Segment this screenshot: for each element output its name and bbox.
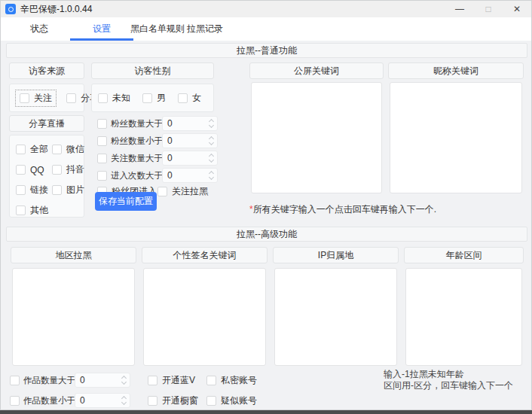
checkbox-box[interactable] [52,145,62,154]
checkbox-shop-window[interactable]: 开通橱窗 [148,394,198,407]
spinner-down-icon[interactable] [208,140,213,145]
follow-greater-input-wrap [162,151,218,166]
checkbox-label: 微信 [66,143,84,156]
rule-label: 粉丝数量小于 [111,135,162,147]
checkbox-label: 未知 [112,92,130,105]
checkbox-blue-v[interactable]: 开通蓝V [148,374,195,387]
checkbox-fans-less[interactable] [97,136,107,146]
tab-settings[interactable]: 设置 [70,17,133,41]
section-basic-title: 拉黑--普通功能 [6,43,527,58]
checkbox-douyin[interactable]: 抖音 [52,163,85,176]
note-text: 所有关键字输入一个点击回车键再输入下一个. [253,204,436,215]
checkbox-box[interactable] [16,205,26,215]
checkbox-box[interactable] [206,376,216,385]
checkbox-box[interactable] [142,93,152,103]
rule-label: 关注数量大于 [111,153,162,164]
age-range-textarea[interactable] [405,268,522,366]
checkbox-all[interactable]: 全部 [16,143,52,156]
checkbox-link[interactable]: 链接 [16,184,52,196]
checkbox-box[interactable] [148,376,157,385]
checkbox-label: 全部 [30,143,48,156]
checkbox-qq[interactable]: QQ [16,163,52,176]
spinner[interactable] [205,172,217,179]
checkbox-box[interactable] [20,93,29,103]
spinner[interactable] [118,397,130,404]
visitor-gender-options: 未知 男 女 [92,84,213,111]
rule-enter-times-greater: 进入次数大于 [97,168,218,183]
spinner[interactable] [118,376,130,384]
works-less-input[interactable] [75,395,118,406]
keywords-note: *所有关键字输入一个点击回车键再输入下一个. [249,203,436,216]
checkbox-label: 链接 [30,184,48,196]
public-keywords-textarea[interactable] [251,82,382,193]
save-config-button[interactable]: 保存当前配置 [95,192,157,211]
spinner-down-icon[interactable] [208,157,213,163]
window-controls: — □ ✕ [445,1,531,17]
checkbox-image[interactable]: 图片 [52,184,85,196]
checkbox-suspected-account[interactable]: 疑似账号 [206,394,257,407]
checkbox-box[interactable] [52,185,62,195]
checkbox-follow-block[interactable]: 关注拉黑 [157,185,208,198]
rule-label: 作品数量大于 [23,375,75,386]
spinner-down-icon[interactable] [121,400,126,405]
nickname-keywords-textarea[interactable] [390,82,522,193]
close-button[interactable]: ✕ [503,1,531,17]
checkbox-box[interactable] [157,187,167,196]
checkbox-box[interactable] [98,93,108,103]
fans-greater-input[interactable] [163,118,205,129]
works-greater-input-wrap [75,373,130,388]
checkbox-box[interactable] [66,93,76,103]
checkbox-gender-female[interactable]: 女 [178,92,201,105]
visitor-gender-box: 未知 男 女 [91,84,214,112]
checkbox-box[interactable] [178,93,188,103]
checkbox-other[interactable]: 其他 [16,204,52,217]
checkbox-follow[interactable]: 关注 [16,90,56,106]
checkbox-box[interactable] [52,165,62,175]
checkbox-fans-greater[interactable] [97,119,107,129]
spinner-down-icon[interactable] [208,175,213,180]
ip-location-textarea[interactable] [274,268,397,366]
spinner[interactable] [205,137,217,145]
checkbox-private-account[interactable]: 私密账号 [206,374,257,387]
checkbox-wechat[interactable]: 微信 [52,143,85,156]
checkbox-enter-times-greater[interactable] [97,171,107,181]
tab-block-records[interactable]: 拉黑记录 [186,17,224,41]
age-note-line2: 区间用-区分，回车键输入下一个 [384,380,513,391]
rule-works-less: 作品数量小于 [10,393,130,408]
checkbox-box[interactable] [16,185,26,195]
visitor-source-box: 关注 分享 [9,84,84,112]
age-range-header: 年龄区间 [404,247,524,263]
fans-less-input-wrap [162,133,218,148]
rule-follow-greater: 关注数量大于 [97,151,218,166]
checkbox-box[interactable] [16,145,26,154]
checkbox-works-greater[interactable] [10,376,20,385]
tab-status[interactable]: 状态 [17,17,62,41]
checkbox-follow-greater[interactable] [97,154,107,163]
nickname-keywords-header: 昵称关键词 [388,62,524,79]
rule-fans-less: 粉丝数量小于 [97,133,218,148]
minimize-button[interactable]: — [445,1,474,17]
checkbox-box[interactable] [16,165,26,175]
follow-greater-input[interactable] [163,153,205,163]
checkbox-label: 关注 [34,92,52,105]
app-logo-icon [5,4,16,14]
spinner[interactable] [205,120,217,127]
enter-times-input[interactable] [163,170,205,181]
app-window: 辛巴保镖-1.0.0.44 — □ ✕ 状态 设置 黑白名单规则 拉黑记录 拉黑… [0,0,532,410]
fans-less-input[interactable] [163,135,205,146]
share-live-options: 全部 微信 QQ 抖音 链接 图片 其他 [10,135,84,217]
signature-keywords-textarea[interactable] [143,268,266,366]
spinner-down-icon[interactable] [121,379,126,385]
checkbox-label: QQ [30,165,44,175]
spinner[interactable] [205,154,217,162]
checkbox-gender-male[interactable]: 男 [142,92,166,105]
spinner-down-icon[interactable] [208,123,213,128]
works-greater-input[interactable] [75,375,118,385]
checkbox-gender-unknown[interactable]: 未知 [98,92,130,105]
region-blacklist-textarea[interactable] [12,268,135,366]
tab-blackwhite-rules[interactable]: 黑白名单规则 [129,17,186,41]
checkbox-box[interactable] [148,396,157,406]
ip-location-header: IP归属地 [273,247,399,263]
checkbox-works-less[interactable] [10,396,20,406]
checkbox-box[interactable] [206,396,216,406]
